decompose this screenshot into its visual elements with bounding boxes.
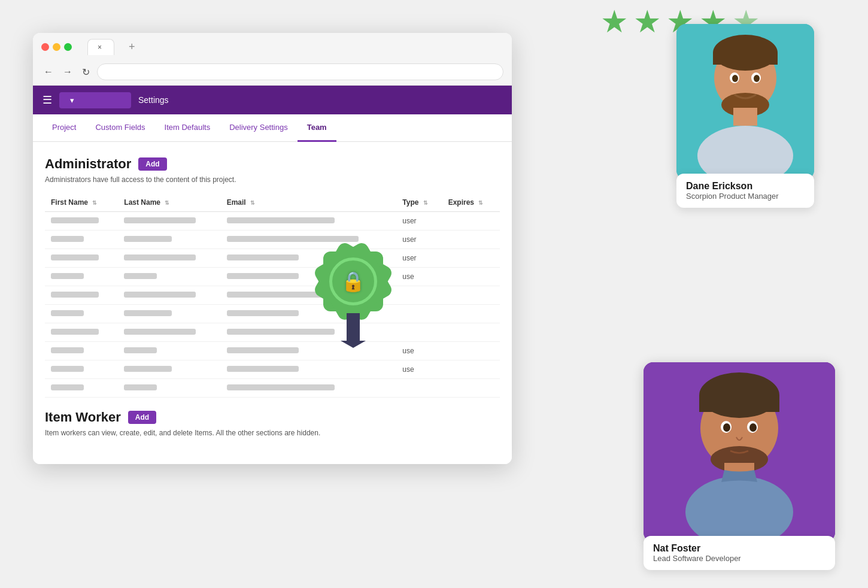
cell-type: user [396,231,442,249]
cell-type: use [396,268,442,286]
browser-nav: ← → ↻ [41,60,503,85]
back-button[interactable]: ← [41,65,56,78]
cell-first-name [45,342,118,360]
tab-custom-fields[interactable]: Custom Fields [86,114,154,142]
cell-last-name [118,323,220,342]
nat-foster-info-card: Nat Foster Lead Software Developer [644,536,835,570]
table-row [45,286,500,305]
administrator-description: Administrators have full access to the c… [45,175,500,184]
cell-first-name [45,212,118,231]
cell-type: user [396,249,442,268]
main-content: Administrator Add Administrators have fu… [33,142,512,464]
tab-delivery-settings[interactable]: Delivery Settings [220,114,298,142]
address-bar[interactable] [97,63,503,80]
browser-window: × + ← → ↻ ☰ ▾ Settings Project Custom Fi… [33,33,512,464]
cell-email [221,360,397,379]
active-tab[interactable]: × [87,39,114,55]
dropdown-arrow-icon: ▾ [70,96,74,105]
cell-expires [442,342,500,360]
settings-label: Settings [138,95,169,105]
item-worker-header: Item Worker Add [45,410,500,425]
app-header: ☰ ▾ Settings [33,86,512,114]
cell-type [396,286,442,305]
col-type: Type ⇅ [396,193,442,212]
cell-first-name [45,379,118,398]
cell-expires [442,231,500,249]
table-row: use [45,268,500,286]
refresh-button[interactable]: ↻ [80,65,92,79]
security-badge: 🔒 [320,248,386,342]
maximize-dot[interactable] [64,43,72,51]
forward-button[interactable]: → [60,65,75,78]
cell-last-name [118,305,220,323]
close-dot[interactable] [41,43,49,51]
tab-close-icon[interactable]: × [98,43,102,51]
cell-expires [442,360,500,379]
sort-icon-expires[interactable]: ⇅ [478,200,483,206]
nat-foster-image [644,362,835,542]
browser-tab-area: × + [87,39,503,55]
cell-first-name [45,286,118,305]
cell-first-name [45,305,118,323]
sort-icon-first-name[interactable]: ⇅ [92,200,97,206]
sort-icon-type[interactable]: ⇅ [423,200,428,206]
dane-erickson-photo [676,24,814,180]
cell-last-name [118,212,220,231]
cell-last-name [118,360,220,379]
add-administrator-button[interactable]: Add [138,157,166,171]
dane-erickson-card: Dane Erickson Scorpion Product Manager [676,24,814,208]
table-row [45,305,500,323]
tab-project[interactable]: Project [43,114,86,142]
administrator-table: First Name ⇅ Last Name ⇅ Email ⇅ Type ⇅ … [45,193,500,398]
tab-item-defaults[interactable]: Item Defaults [155,114,220,142]
browser-titlebar: × + [41,39,503,55]
nav-tabs: Project Custom Fields Item Defaults Deli… [33,114,512,142]
gear-shape: 🔒 [320,248,386,314]
sort-icon-last-name[interactable]: ⇅ [165,200,169,206]
new-tab-button[interactable]: + [129,41,135,53]
nat-foster-photo [644,362,835,542]
add-item-worker-button[interactable]: Add [128,411,156,424]
sort-icon-email[interactable]: ⇅ [250,200,255,206]
svg-point-21 [749,423,757,432]
table-row: use [45,360,500,379]
ribbon-tail [341,341,366,348]
cell-last-name [118,379,220,398]
cell-expires [442,323,500,342]
cell-email [221,212,397,231]
star-1: ★ [600,6,629,37]
nat-foster-role: Lead Software Developer [653,554,825,563]
cell-expires [442,305,500,323]
cell-last-name [118,286,220,305]
nat-foster-card: Nat Foster Lead Software Developer [644,362,835,570]
cell-email [221,379,397,398]
svg-point-10 [754,75,760,82]
tab-team[interactable]: Team [298,114,336,142]
minimize-dot[interactable] [53,43,60,51]
cell-email [221,231,397,249]
col-email: Email ⇅ [221,193,397,212]
cell-type: use [396,360,442,379]
table-row: user [45,249,500,268]
cell-expires [442,286,500,305]
col-expires: Expires ⇅ [442,193,500,212]
cell-first-name [45,268,118,286]
cell-last-name [118,231,220,249]
table-row: use [45,342,500,360]
cell-type: user [396,212,442,231]
cell-last-name [118,249,220,268]
item-worker-description: Item workers can view, create, edit, and… [45,429,500,437]
item-worker-section: Item Worker Add Item workers can view, c… [45,410,500,437]
cell-email [221,342,397,360]
cell-type [396,379,442,398]
table-row [45,379,500,398]
ribbon [347,313,360,342]
hamburger-icon[interactable]: ☰ [43,93,52,107]
table-header-row: First Name ⇅ Last Name ⇅ Email ⇅ Type ⇅ … [45,193,500,212]
cell-first-name [45,323,118,342]
svg-rect-14 [699,395,779,412]
browser-chrome: × + ← → ↻ [33,33,512,86]
svg-point-9 [732,75,738,82]
nat-foster-name: Nat Foster [653,543,825,554]
app-dropdown[interactable]: ▾ [59,92,131,108]
